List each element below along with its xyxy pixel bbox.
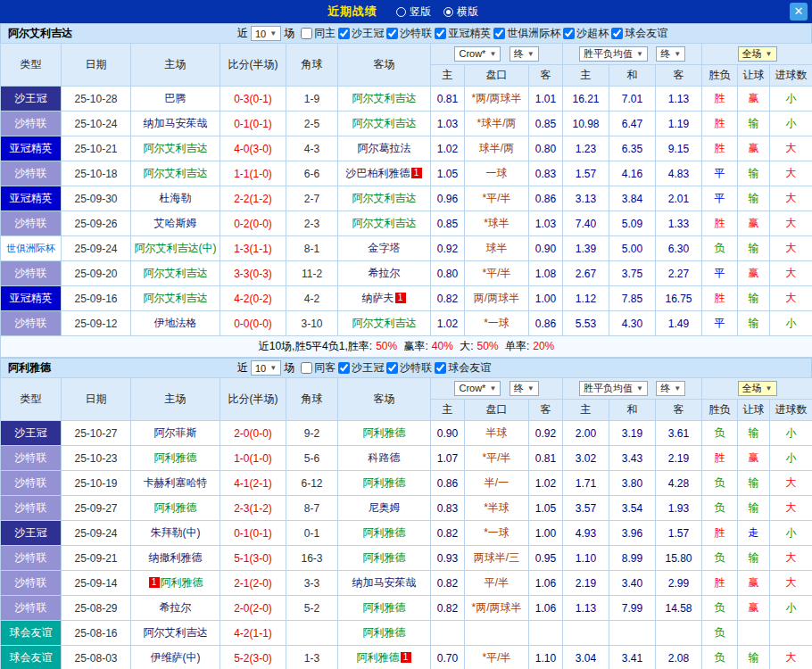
filter-checkbox[interactable]: 亚冠精英 xyxy=(435,26,491,41)
filter-checkbox[interactable]: 沙特联 xyxy=(386,360,432,376)
cell-away-team[interactable]: 阿利雅德 xyxy=(338,471,431,496)
cell-away-team[interactable]: 阿尔艾利吉达 xyxy=(338,311,431,336)
checkbox-icon[interactable] xyxy=(338,362,350,374)
wdl-avg-select[interactable]: 胜平负均值▼ xyxy=(579,46,648,62)
checkbox-icon[interactable] xyxy=(435,362,446,374)
cell-away-team[interactable]: 阿利雅德 xyxy=(338,421,431,446)
cell-corners: 4-3 xyxy=(286,136,338,161)
checkbox-icon[interactable] xyxy=(563,28,575,39)
cell-away-team[interactable]: 阿尔艾利吉达 xyxy=(338,87,431,112)
cell-away-team[interactable]: 阿尔艾利吉达 xyxy=(338,112,431,136)
cell-away-team[interactable]: 阿尔艾利吉达 xyxy=(338,186,431,211)
cell-match-type: 沙王冠 xyxy=(1,87,62,112)
cell-away-team[interactable]: 阿利雅德1 xyxy=(338,646,431,669)
cell-home-team[interactable]: 阿尔艾利吉达(中) xyxy=(131,236,220,261)
cell-away-team[interactable]: 阿尔葛拉法 xyxy=(338,136,431,161)
cell-home-team[interactable]: 杜海勒 xyxy=(131,186,220,211)
cell-home-team[interactable]: 阿尔艾利吉达 xyxy=(131,621,220,646)
odds-source-select[interactable]: Crow*▼ xyxy=(454,46,501,62)
checkbox-icon[interactable] xyxy=(338,28,350,39)
filter-checkbox[interactable]: 球会友谊 xyxy=(435,360,491,376)
recent-count-select[interactable]: 10▼ xyxy=(251,360,281,376)
cell-away-team[interactable]: 希拉尔 xyxy=(338,261,431,286)
checkbox-icon[interactable] xyxy=(386,362,398,374)
odds-final-select[interactable]: 终▼ xyxy=(510,381,539,396)
checkbox-icon[interactable] xyxy=(301,28,312,39)
cell-home-team[interactable]: 阿尔艾利吉达 xyxy=(131,286,220,311)
cell-away-team[interactable]: 阿尔艾利吉达 xyxy=(338,211,431,236)
wdl-final-select[interactable]: 终▼ xyxy=(656,381,685,396)
cell-home-team[interactable]: 阿利雅德 xyxy=(131,446,220,471)
chevron-down-icon: ▼ xyxy=(674,50,681,58)
checkbox-icon[interactable] xyxy=(301,362,312,374)
cell-away-team[interactable]: 科路德 xyxy=(338,446,431,471)
wdl-final-select[interactable]: 终▼ xyxy=(656,46,685,62)
close-icon[interactable]: ✕ xyxy=(790,3,808,21)
cell-home-team[interactable]: 巴腾 xyxy=(131,87,220,112)
cell-odds-away: 0.86 xyxy=(529,186,563,211)
odds-final-select[interactable]: 终▼ xyxy=(510,46,539,62)
cell-away-team[interactable]: 阿利雅德 xyxy=(338,521,431,546)
col-header-result-goals: 进球数 xyxy=(770,65,812,87)
cell-avg-win: 7.40 xyxy=(563,211,609,236)
filter-label: 球会友谊 xyxy=(448,360,491,376)
recent-count-select[interactable]: 10▼ xyxy=(251,26,281,41)
cell-home-team[interactable]: 阿尔艾利吉达 xyxy=(131,161,220,186)
cell-home-team[interactable]: 纳撒利雅德 xyxy=(131,546,220,571)
cell-away-team[interactable]: 尼奥姆 xyxy=(338,496,431,521)
cell-odds-home xyxy=(431,621,465,646)
cell-home-team[interactable]: 阿尔艾利吉达 xyxy=(131,261,220,286)
filter-checkbox[interactable]: 沙特联 xyxy=(386,26,432,41)
cell-away-team[interactable]: 阿利雅德 xyxy=(338,596,431,621)
col-header-handicap: 盘口 xyxy=(465,65,529,87)
filter-checkbox[interactable]: 同主 xyxy=(301,26,336,41)
wdl-avg-select[interactable]: 胜平负均值▼ xyxy=(579,381,648,396)
cell-corners: 11-2 xyxy=(286,261,338,286)
cell-avg-win xyxy=(563,621,609,646)
scope-select[interactable]: 全场▼ xyxy=(738,381,777,396)
cell-home-team[interactable]: 朱拜勒(中) xyxy=(131,521,220,546)
scope-select[interactable]: 全场▼ xyxy=(738,46,777,62)
cell-home-team[interactable]: 纳加马安茱哉 xyxy=(131,112,220,136)
match-row: 沙特联25-10-18阿尔艾利吉达1-1(1-0)6-6沙巴柏利雅德11.05一… xyxy=(1,161,812,186)
cell-score: 4-2(1-1) xyxy=(220,621,286,646)
cell-home-team[interactable]: 阿尔艾利吉达 xyxy=(131,136,220,161)
filter-checkbox[interactable]: 同客 xyxy=(301,360,336,376)
col-header-type: 类型 xyxy=(1,44,62,87)
filter-checkbox[interactable]: 世俱洲际杯 xyxy=(493,26,560,41)
cell-away-team[interactable]: 阿利雅德 xyxy=(338,546,431,571)
filter-checkbox[interactable]: 沙超杯 xyxy=(563,26,609,41)
checkbox-icon[interactable] xyxy=(611,28,623,39)
cell-match-date: 25-08-03 xyxy=(62,646,131,669)
cell-home-team[interactable]: 伊地法格 xyxy=(131,311,220,336)
cell-home-team[interactable]: 阿利雅德 xyxy=(131,496,220,521)
chevron-down-icon: ▼ xyxy=(636,384,643,392)
cell-away-team[interactable]: 沙巴柏利雅德1 xyxy=(338,161,431,186)
checkbox-icon[interactable] xyxy=(435,28,446,39)
layout-option-vertical[interactable]: 竖版 xyxy=(396,4,431,20)
cell-avg-draw: 7.99 xyxy=(609,596,656,621)
cell-away-team[interactable]: 纳加马安茱哉 xyxy=(338,571,431,596)
cell-result-wdl: 负 xyxy=(702,621,738,646)
cell-home-team[interactable]: 阿尔菲斯 xyxy=(131,421,220,446)
cell-away-team[interactable]: 金字塔 xyxy=(338,236,431,261)
cell-odds-home: 0.96 xyxy=(431,186,465,211)
checkbox-icon[interactable] xyxy=(493,28,505,39)
cell-away-team[interactable]: 阿利雅德 xyxy=(338,621,431,646)
cell-home-team[interactable]: 艾哈斯姆 xyxy=(131,211,220,236)
cell-home-team[interactable]: 1阿利雅德 xyxy=(131,571,220,596)
cell-handicap: *两/两球半 xyxy=(465,596,529,621)
cell-home-team[interactable]: 卡赫利塞哈特 xyxy=(131,471,220,496)
layout-option-horizontal[interactable]: 横版 xyxy=(443,4,478,20)
cell-avg-lose: 1.93 xyxy=(656,496,702,521)
cell-home-team[interactable]: 伊维萨(中) xyxy=(131,646,220,669)
cell-result-goals: 小 xyxy=(770,421,812,446)
filter-checkbox[interactable]: 沙王冠 xyxy=(338,26,384,41)
checkbox-icon[interactable] xyxy=(386,28,398,39)
col-header-result-wl: 胜负 xyxy=(702,400,738,421)
filter-checkbox[interactable]: 沙王冠 xyxy=(338,360,384,376)
filter-checkbox[interactable]: 球会友谊 xyxy=(611,26,667,41)
odds-source-select[interactable]: Crow*▼ xyxy=(454,381,501,396)
cell-home-team[interactable]: 希拉尔 xyxy=(131,596,220,621)
cell-away-team[interactable]: 纳萨夫1 xyxy=(338,286,431,311)
